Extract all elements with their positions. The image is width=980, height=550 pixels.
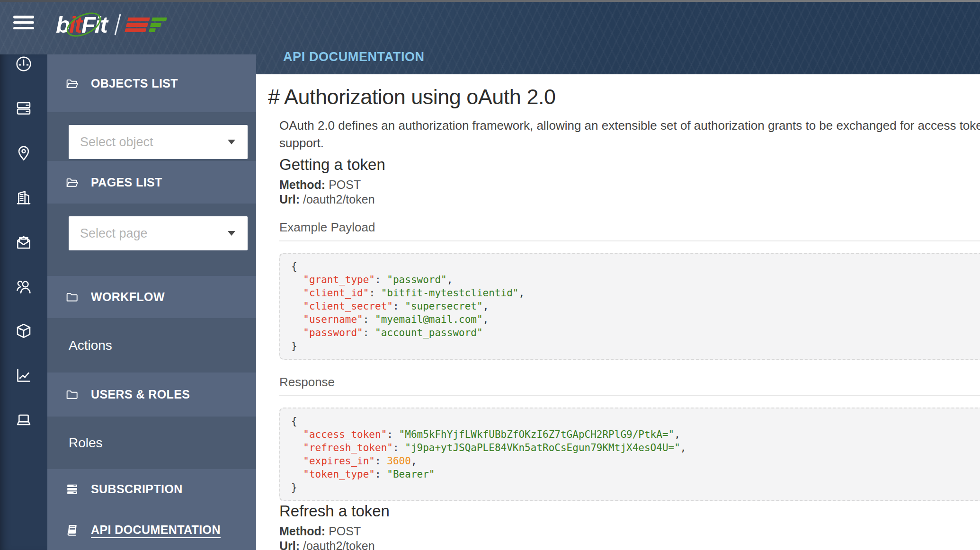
response-label: Response [279, 375, 980, 396]
sidebar-item-users-roles[interactable]: USERS & ROLES [47, 373, 256, 417]
object-select-dropdown[interactable]: Select object [69, 125, 248, 159]
dashboard-gauge-icon[interactable] [14, 54, 33, 73]
sidebar-item-pages-list[interactable]: PAGES LIST [47, 161, 256, 204]
sidebar-item-roles[interactable]: Roles [47, 417, 256, 469]
logo-flag-icon [125, 18, 167, 32]
object-select-section: Select object [47, 112, 256, 161]
url-row: Url: /oauth2/token [279, 192, 980, 207]
payload-code-block: { "grant_type": "password", "client_id":… [279, 253, 980, 360]
bitfit-logo[interactable]: bitFit [56, 10, 165, 39]
sidebar-item-label: SUBSCRIPTION [91, 482, 183, 496]
method-value: POST [329, 178, 361, 191]
users-icon[interactable] [14, 277, 33, 296]
sidebar: OBJECTS LIST Select object PAGES LIST Se… [47, 54, 256, 550]
building-icon[interactable] [14, 188, 33, 207]
package-cube-icon[interactable] [14, 321, 33, 340]
url-value: /oauth2/token [303, 193, 375, 206]
url-row: Url: /oauth2/token [279, 539, 980, 550]
intro-line-1: OAuth 2.0 defines an authorization frame… [279, 117, 980, 134]
logo-wordmark: bitFit [56, 10, 107, 39]
mail-icon[interactable] [14, 232, 33, 251]
folder-icon [65, 387, 80, 402]
server-stack-icon[interactable] [14, 99, 33, 118]
breadcrumb-section-title: API DOCUMENTATION [283, 50, 425, 64]
method-label: Method: [279, 178, 325, 191]
analytics-chart-icon[interactable] [14, 366, 33, 385]
response-code-block: { "access_token": "M6m5kFhYjfLWkfUBbZfOK… [279, 408, 980, 501]
sidebar-item-label: Roles [47, 435, 103, 451]
url-value: /oauth2/token [303, 539, 375, 550]
sidebar-item-label: Actions [47, 338, 112, 353]
page-select-section: Select page [47, 204, 256, 276]
book-icon [65, 523, 80, 537]
method-label: Method: [279, 524, 325, 538]
chevron-down-icon [228, 140, 235, 144]
chevron-down-icon [228, 231, 235, 236]
folder-open-icon [65, 175, 80, 190]
icon-rail [0, 54, 47, 550]
app-window: bitFit API DOCUMENTATION [0, 0, 980, 550]
sidebar-item-actions[interactable]: Actions [47, 318, 256, 373]
page-select-dropdown[interactable]: Select page [69, 216, 248, 250]
example-payload-label: Example Payload [279, 220, 980, 241]
sidebar-item-label: PAGES LIST [91, 176, 162, 189]
location-pin-icon[interactable] [14, 143, 33, 162]
folder-icon [65, 290, 80, 304]
sidebar-item-api-documentation[interactable]: API DOCUMENTATION [47, 509, 256, 550]
logo-divider [114, 14, 121, 35]
page-select-placeholder: Select page [80, 226, 148, 241]
intro-paragraph: OAuth 2.0 defines an authorization frame… [279, 117, 980, 152]
intro-line-2: support. [279, 134, 980, 152]
method-row: Method: POST [279, 177, 980, 192]
sidebar-item-label: OBJECTS LIST [91, 77, 178, 90]
subscription-stack-icon [65, 482, 80, 497]
sidebar-item-label: WORKFLOW [91, 290, 165, 304]
sidebar-item-subscription[interactable]: SUBSCRIPTION [47, 469, 256, 509]
method-value: POST [329, 524, 361, 538]
url-label: Url: [279, 539, 300, 550]
sidebar-item-label: API DOCUMENTATION [91, 523, 221, 537]
section-heading-getting-token: Getting a token [279, 156, 980, 174]
sidebar-item-label: USERS & ROLES [91, 388, 190, 401]
hamburger-menu-icon[interactable] [13, 16, 34, 29]
section-heading-refresh-token: Refresh a token [279, 502, 980, 520]
content-panel: # Authorization using oAuth 2.0 OAuth 2.… [256, 74, 980, 550]
window-top-strip [0, 0, 980, 2]
sidebar-item-objects-list[interactable]: OBJECTS LIST [47, 54, 256, 112]
folder-open-icon [65, 76, 80, 91]
method-row: Method: POST [279, 524, 980, 539]
object-select-placeholder: Select object [80, 135, 153, 150]
url-label: Url: [279, 193, 300, 206]
page-title: # Authorization using oAuth 2.0 [268, 85, 980, 109]
sidebar-item-workflow[interactable]: WORKFLOW [47, 276, 256, 318]
laptop-icon[interactable] [14, 410, 33, 429]
